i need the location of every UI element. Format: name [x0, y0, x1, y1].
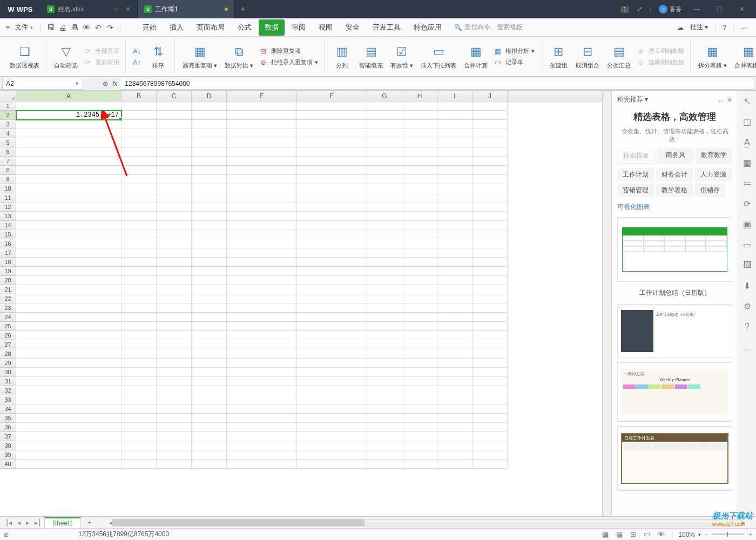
cell[interactable] [192, 322, 227, 331]
cell[interactable] [297, 368, 367, 377]
cell[interactable] [473, 432, 508, 441]
merge-table-button[interactable]: ▦合并表格 ▾ [732, 43, 756, 71]
menu-icon[interactable]: ≡ [5, 23, 10, 32]
cell[interactable] [402, 184, 437, 193]
cell[interactable] [297, 202, 367, 212]
cell[interactable] [402, 147, 437, 157]
cell[interactable] [192, 359, 227, 368]
tab-special[interactable]: 特色应用 [408, 19, 448, 36]
cell[interactable] [16, 102, 122, 111]
cell[interactable] [122, 331, 157, 340]
cell[interactable] [402, 267, 437, 276]
cell[interactable] [157, 460, 192, 469]
cell[interactable] [122, 294, 157, 303]
cell[interactable] [227, 221, 297, 230]
cell[interactable] [297, 423, 367, 432]
cell[interactable] [157, 377, 192, 386]
cell[interactable] [297, 395, 367, 404]
text-to-columns-button[interactable]: ▥分列 [330, 43, 354, 71]
cell[interactable] [473, 340, 508, 349]
cell[interactable] [473, 212, 508, 221]
sheet-nav-first-icon[interactable]: ⎮◂ [3, 519, 14, 526]
row-header[interactable]: 3 [0, 120, 16, 129]
cell[interactable] [367, 285, 402, 294]
cell[interactable] [16, 276, 122, 285]
cell[interactable] [367, 404, 402, 414]
row-header[interactable]: 23 [0, 303, 16, 313]
cell[interactable] [297, 157, 367, 166]
row-header[interactable]: 6 [0, 147, 16, 157]
cell[interactable] [16, 248, 122, 258]
cell[interactable] [367, 386, 402, 395]
cell[interactable] [402, 157, 437, 166]
cell[interactable] [157, 276, 192, 285]
row-header[interactable]: 24 [0, 313, 16, 322]
command-search[interactable]: 🔍 查找命令、搜索模板 [454, 23, 523, 32]
cell[interactable] [16, 294, 122, 303]
cell[interactable] [402, 349, 437, 359]
cell[interactable] [16, 267, 122, 276]
cell[interactable] [122, 414, 157, 423]
cell[interactable] [192, 349, 227, 359]
cell[interactable] [367, 147, 402, 157]
col-header-B[interactable]: B [122, 91, 157, 101]
cell[interactable] [192, 258, 227, 267]
cell[interactable] [122, 184, 157, 193]
cell[interactable] [16, 423, 122, 432]
cell[interactable] [227, 267, 297, 276]
row-header[interactable]: 39 [0, 450, 16, 460]
cell[interactable] [227, 184, 297, 193]
cell[interactable] [473, 193, 508, 202]
cell[interactable] [367, 368, 402, 377]
cell[interactable] [122, 395, 157, 404]
cell[interactable] [122, 432, 157, 441]
col-header-E[interactable]: E [227, 91, 297, 101]
cell[interactable] [367, 166, 402, 175]
cell[interactable] [473, 102, 508, 111]
view-normal-icon[interactable]: ▦ [601, 530, 610, 538]
template-thumb-4[interactable]: 日程工作计划表 [617, 426, 732, 491]
col-header-D[interactable]: D [192, 91, 227, 101]
cell[interactable] [437, 331, 473, 340]
cell[interactable] [227, 303, 297, 313]
template-thumb-1[interactable] [617, 217, 732, 282]
cell[interactable] [473, 202, 508, 212]
cell[interactable] [16, 460, 122, 469]
viz-charts-link[interactable]: 可视化图表 [617, 201, 732, 213]
col-header-F[interactable]: F [297, 91, 367, 101]
cell[interactable] [473, 450, 508, 460]
cell[interactable] [367, 193, 402, 202]
cell[interactable] [192, 294, 227, 303]
cell[interactable] [402, 414, 437, 423]
cell[interactable] [122, 313, 157, 322]
cell[interactable] [367, 102, 402, 111]
cursor-icon[interactable]: ↖ [742, 96, 753, 107]
cell[interactable] [402, 175, 437, 184]
cell[interactable] [157, 340, 192, 349]
cell[interactable] [367, 221, 402, 230]
cell[interactable] [367, 184, 402, 193]
col-header-C[interactable]: C [157, 91, 192, 101]
cell[interactable] [227, 129, 297, 138]
cell[interactable] [473, 166, 508, 175]
cell[interactable] [227, 175, 297, 184]
row-header[interactable]: 37 [0, 432, 16, 441]
cell[interactable] [122, 359, 157, 368]
cell[interactable] [297, 138, 367, 147]
row-header[interactable]: 5 [0, 138, 16, 147]
cell[interactable] [297, 184, 367, 193]
cell[interactable] [437, 460, 473, 469]
cell[interactable] [157, 230, 192, 239]
split-table-button[interactable]: ▦拆分表格 ▾ [696, 43, 729, 71]
row-header[interactable]: 27 [0, 340, 16, 349]
cell[interactable] [157, 331, 192, 340]
cell[interactable] [157, 239, 192, 248]
row-header[interactable]: 12 [0, 202, 16, 212]
cell[interactable] [192, 276, 227, 285]
select-icon[interactable]: ◫ [742, 117, 753, 127]
zoom-out-icon[interactable]: − [704, 531, 708, 538]
cell[interactable] [437, 239, 473, 248]
subtotal-button[interactable]: ▤分类汇总 [605, 43, 633, 71]
cell[interactable] [297, 175, 367, 184]
cell[interactable] [297, 460, 367, 469]
